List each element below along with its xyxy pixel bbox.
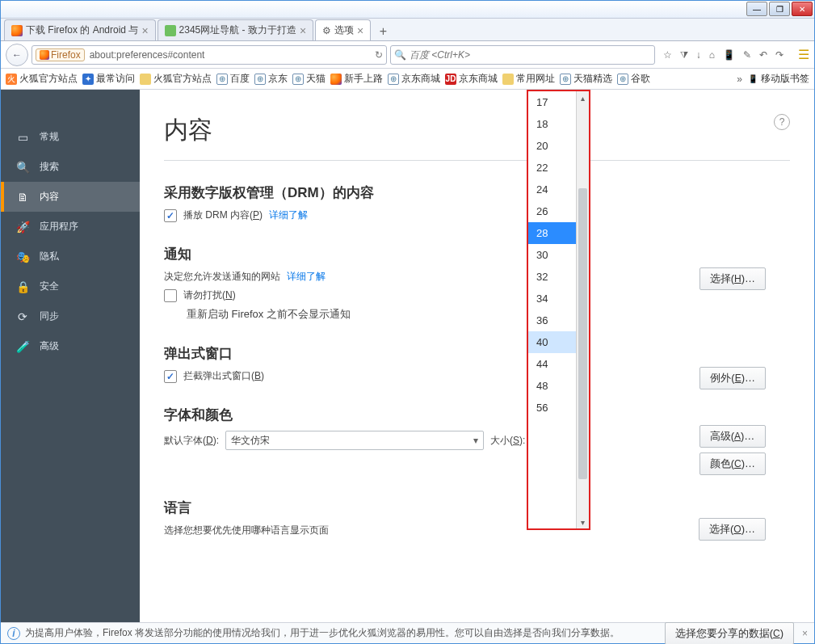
- dnd-checkbox-label: 请勿打扰(N): [183, 288, 236, 302]
- jd-icon: JD: [445, 74, 456, 85]
- scroll-down-icon[interactable]: ▾: [577, 516, 589, 528]
- window-close-button[interactable]: ✕: [792, 2, 813, 16]
- languages-choose-button[interactable]: 选择(O)…: [699, 518, 766, 541]
- sidebar-item-content[interactable]: 🗎内容: [1, 182, 140, 212]
- bookmark-item[interactable]: ✦最常访问: [82, 72, 135, 86]
- dnd-checkbox[interactable]: ✓: [164, 289, 177, 302]
- sidebar-label: 常规: [40, 130, 59, 144]
- default-font-select[interactable]: 华文仿宋 ▾: [225, 431, 484, 450]
- bookmark-item[interactable]: 📱移动版书签: [747, 72, 809, 86]
- sidebar-item-security[interactable]: 🔒安全: [1, 271, 140, 301]
- history-forward-icon[interactable]: ↷: [775, 49, 783, 61]
- tab-options[interactable]: ⚙ 选项 ×: [315, 19, 371, 40]
- mobile-icon[interactable]: 📱: [723, 49, 735, 61]
- window-maximize-button[interactable]: ❐: [769, 2, 790, 16]
- globe-icon: ⊕: [617, 74, 628, 85]
- font-size-option[interactable]: 30: [528, 244, 576, 266]
- tab-firefox-android[interactable]: 下载 Firefox 的 Android 与 ×: [4, 19, 156, 40]
- sidebar-item-sync[interactable]: ⟳同步: [1, 301, 140, 331]
- font-size-option[interactable]: 56: [528, 397, 576, 419]
- bookmark-label: 谷歌: [631, 72, 650, 86]
- font-size-option[interactable]: 18: [528, 113, 576, 135]
- tab-label: 2345网址导航 - 致力于打造: [179, 23, 296, 37]
- globe-icon: ⊕: [388, 74, 399, 85]
- back-button[interactable]: ←: [6, 44, 28, 66]
- close-info-bar-icon[interactable]: ×: [802, 628, 808, 639]
- font-size-option[interactable]: 17: [528, 91, 576, 113]
- font-size-option[interactable]: 28: [528, 222, 576, 244]
- font-size-option[interactable]: 26: [528, 200, 576, 222]
- window-minimize-button[interactable]: —: [746, 2, 767, 16]
- font-size-option[interactable]: 40: [528, 331, 576, 353]
- sidebar-item-privacy[interactable]: 🎭隐私: [1, 242, 140, 271]
- font-size-option[interactable]: 32: [528, 266, 576, 288]
- font-size-option[interactable]: 34: [528, 288, 576, 309]
- font-size-option[interactable]: 24: [528, 179, 576, 200]
- notifications-learn-more-link[interactable]: 详细了解: [287, 270, 326, 284]
- bookmark-item[interactable]: ⊕京东商城: [388, 72, 440, 86]
- history-back-icon[interactable]: ↶: [759, 49, 767, 61]
- scrollbar-thumb[interactable]: [578, 188, 587, 479]
- share-icon[interactable]: ✎: [743, 49, 751, 61]
- font-size-option[interactable]: 44: [528, 353, 576, 375]
- bookmark-folder[interactable]: 火狐官方站点: [140, 72, 212, 86]
- sidebar-item-search[interactable]: 🔍搜索: [1, 152, 140, 182]
- tab-2345[interactable]: 2345网址导航 - 致力于打造 ×: [158, 19, 314, 40]
- pocket-icon[interactable]: ⧩: [680, 49, 688, 61]
- tab-close-icon[interactable]: ×: [357, 24, 363, 37]
- new-tab-button[interactable]: +: [372, 23, 393, 40]
- sidebar-item-applications[interactable]: 🚀应用程序: [1, 212, 140, 242]
- font-size-option[interactable]: 22: [528, 157, 576, 179]
- font-size-option[interactable]: 36: [528, 309, 576, 331]
- bookmark-item[interactable]: 火火狐官方站点: [6, 72, 78, 86]
- notifications-choose-button[interactable]: 选择(H)…: [699, 267, 766, 290]
- popups-exceptions-button[interactable]: 例外(E)…: [699, 367, 766, 389]
- help-button[interactable]: ?: [774, 114, 790, 130]
- downloads-icon[interactable]: ↓: [696, 49, 701, 61]
- fonts-section-title: 字体和颜色: [164, 406, 790, 424]
- bookmark-folder[interactable]: 常用网址: [502, 72, 555, 86]
- drm-learn-more-link[interactable]: 详细了解: [269, 208, 308, 222]
- bookmark-star-icon[interactable]: ☆: [663, 49, 672, 61]
- share-data-button[interactable]: 选择您要分享的数据(C): [665, 622, 794, 645]
- sidebar-item-advanced[interactable]: 🧪高级: [1, 331, 140, 361]
- url-bar[interactable]: Firefox ↻: [32, 45, 387, 65]
- tab-close-icon[interactable]: ×: [141, 24, 148, 37]
- block-popups-checkbox[interactable]: ✓: [164, 370, 177, 383]
- navigation-bar: ← Firefox ↻ 🔍 ☆ ⧩ ↓ ⌂ 📱 ✎ ↶ ↷ ☰: [1, 41, 814, 69]
- sidebar-label: 内容: [40, 190, 59, 204]
- menu-button[interactable]: ☰: [798, 47, 809, 62]
- font-size-option[interactable]: 20: [528, 135, 576, 157]
- colors-button[interactable]: 颜色(C)…: [699, 452, 766, 475]
- drm-checkbox[interactable]: ✓: [164, 209, 177, 222]
- bookmark-label: 京东商城: [459, 72, 498, 86]
- bookmarks-overflow-chevron[interactable]: »: [737, 74, 742, 85]
- bookmark-item[interactable]: 新手上路: [330, 72, 383, 86]
- bookmark-item[interactable]: ⊕天猫精选: [560, 72, 612, 86]
- bookmark-item[interactable]: ⊕京东: [254, 72, 288, 86]
- bookmark-item[interactable]: JD京东商城: [445, 72, 498, 86]
- identity-pill[interactable]: Firefox: [36, 48, 85, 61]
- site-icon: [165, 25, 176, 36]
- search-bar[interactable]: 🔍: [390, 45, 655, 65]
- bookmark-item[interactable]: ⊕百度: [216, 72, 250, 86]
- home-icon[interactable]: ⌂: [709, 49, 715, 61]
- sidebar-item-general[interactable]: ▭常规: [1, 122, 140, 152]
- font-size-option[interactable]: 48: [528, 375, 576, 397]
- bookmark-item[interactable]: ⊕天猫: [292, 72, 326, 86]
- bookmark-item[interactable]: ⊕谷歌: [617, 72, 650, 86]
- fonts-advanced-button[interactable]: 高级(A)…: [699, 425, 766, 448]
- mobile-icon: 📱: [747, 74, 758, 85]
- scroll-up-icon[interactable]: ▴: [577, 91, 589, 104]
- default-font-value: 华文仿宋: [231, 434, 270, 448]
- tab-close-icon[interactable]: ×: [300, 24, 306, 37]
- preferences-content-pane: ? 内容 采用数字版权管理（DRM）的内容 ✓ 播放 DRM 内容(P) 详细了…: [140, 90, 814, 624]
- general-icon: ▭: [15, 131, 30, 144]
- dropdown-scrollbar[interactable]: ▴ ▾: [576, 91, 589, 528]
- block-popups-label: 拦截弹出式窗口(B): [183, 369, 264, 383]
- url-input[interactable]: [90, 49, 375, 61]
- search-input[interactable]: [410, 49, 651, 61]
- bookmark-label: 火狐官方站点: [153, 72, 212, 86]
- font-size-dropdown-list[interactable]: 171820222426283032343640444856 ▴ ▾: [527, 90, 590, 530]
- reload-icon[interactable]: ↻: [375, 49, 383, 61]
